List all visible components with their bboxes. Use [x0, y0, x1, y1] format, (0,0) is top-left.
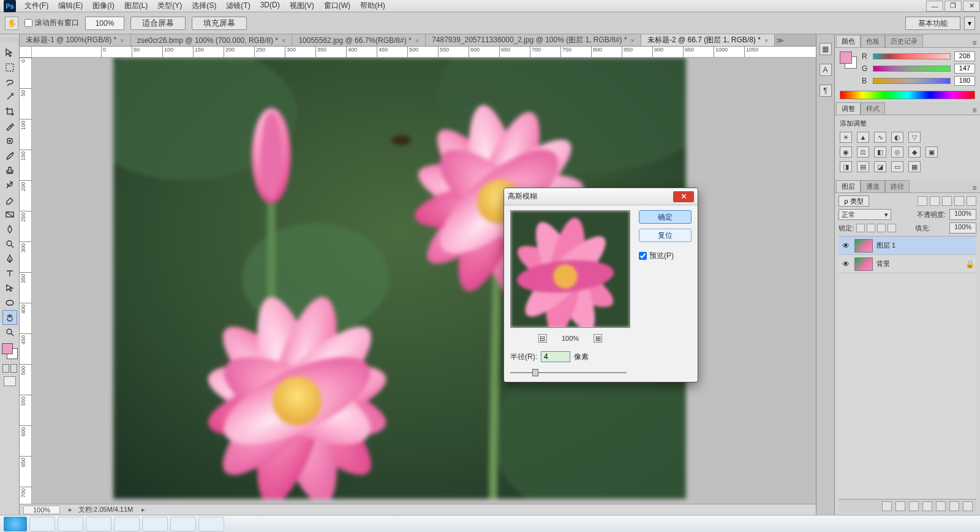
- tab-swatches[interactable]: 色板: [861, 35, 885, 47]
- canvas[interactable]: [32, 58, 816, 515]
- adj-gradmap-icon[interactable]: ▭: [891, 161, 903, 172]
- taskbar-item[interactable]: [86, 517, 111, 531]
- radius-input[interactable]: [541, 351, 570, 362]
- layer-thumbnail[interactable]: [854, 257, 873, 271]
- panel-menu-icon[interactable]: ≡: [969, 39, 980, 47]
- dock-icon[interactable]: A: [820, 64, 832, 76]
- color-swatches[interactable]: [2, 343, 18, 359]
- b-slider[interactable]: [873, 78, 951, 84]
- layer-thumbnail[interactable]: [854, 239, 873, 253]
- menu-layer[interactable]: 图层(L): [119, 0, 153, 12]
- taskbar-item[interactable]: [29, 517, 55, 531]
- mask-icon[interactable]: [909, 501, 919, 511]
- close-icon[interactable]: ×: [282, 37, 285, 44]
- adj-balance-icon[interactable]: ⚖: [857, 146, 869, 158]
- tool-crop[interactable]: [2, 104, 17, 119]
- taskbar-item[interactable]: [170, 517, 196, 531]
- tool-brush[interactable]: [2, 148, 17, 163]
- menu-3d[interactable]: 3D(D): [255, 0, 285, 12]
- tool-text[interactable]: [2, 266, 17, 281]
- fill-value[interactable]: 100%: [949, 222, 976, 234]
- opacity-value[interactable]: 100%: [949, 209, 976, 220]
- tool-hand[interactable]: [2, 310, 17, 325]
- statusbar-zoom[interactable]: 100%: [23, 506, 60, 514]
- dock-icon[interactable]: ▦: [820, 43, 832, 55]
- adj-exposure-icon[interactable]: ◐: [891, 132, 903, 143]
- tool-heal[interactable]: [2, 134, 17, 148]
- dialog-header[interactable]: 高斯模糊 ✕: [504, 188, 698, 205]
- toolbox-grip[interactable]: [1, 38, 18, 43]
- lock-trans-icon[interactable]: [856, 224, 865, 232]
- scroll-all-windows-input[interactable]: [24, 19, 32, 27]
- filter-smart-icon[interactable]: [967, 196, 976, 206]
- tool-blur[interactable]: [2, 222, 17, 237]
- visibility-icon[interactable]: 👁: [841, 241, 851, 251]
- filter-type-icon[interactable]: [942, 196, 952, 206]
- adj-curves-icon[interactable]: ∿: [874, 132, 886, 143]
- tab-channels[interactable]: 通道: [861, 180, 885, 192]
- menu-view[interactable]: 视图(V): [285, 0, 319, 12]
- lock-all-icon[interactable]: [888, 224, 896, 232]
- window-maximize[interactable]: ❐: [944, 1, 962, 12]
- r-value[interactable]: 208: [954, 51, 975, 61]
- b-value[interactable]: 180: [954, 76, 975, 86]
- foreground-color-swatch[interactable]: [2, 343, 13, 354]
- taskbar-item[interactable]: [198, 517, 224, 531]
- current-tool-icon[interactable]: ✋: [5, 17, 18, 30]
- panel-menu-icon[interactable]: ≡: [969, 106, 980, 115]
- tool-zoom[interactable]: [2, 325, 17, 340]
- panel-color-swatches[interactable]: [840, 51, 857, 69]
- fx-icon[interactable]: [895, 501, 905, 511]
- radius-slider[interactable]: [510, 368, 627, 377]
- preview-checkbox[interactable]: 预览(P): [639, 251, 692, 261]
- tab-styles[interactable]: 样式: [861, 102, 885, 115]
- trash-icon[interactable]: [963, 501, 973, 511]
- window-close[interactable]: ✕: [963, 1, 980, 12]
- layer-name[interactable]: 图层 1: [876, 241, 974, 250]
- preview-checkbox-input[interactable]: [639, 252, 647, 260]
- taskbar-item[interactable]: [58, 517, 83, 531]
- adj-posterize-icon[interactable]: ▤: [857, 161, 869, 172]
- close-icon[interactable]: ×: [415, 37, 419, 44]
- workspace-selector[interactable]: 基本功能: [905, 17, 960, 30]
- fit-screen-button[interactable]: 适合屏幕: [130, 17, 186, 30]
- close-icon[interactable]: ×: [764, 37, 768, 44]
- adj-vibrance-icon[interactable]: ▽: [908, 132, 921, 143]
- menu-edit[interactable]: 编辑(E): [53, 0, 88, 12]
- document-tab[interactable]: 10055562.jpg @ 66.7%(RGB/8#) *×: [292, 34, 426, 46]
- adj-levels-icon[interactable]: ▲: [857, 132, 869, 143]
- adj-threshold-icon[interactable]: ◪: [874, 161, 886, 172]
- tool-wand[interactable]: [2, 89, 17, 104]
- horizontal-ruler[interactable]: 0501001502002503003504004505005506006507…: [32, 47, 816, 58]
- workspace-menu-button[interactable]: ▾: [964, 17, 975, 30]
- scroll-all-windows-checkbox[interactable]: 滚动所有窗口: [24, 18, 79, 28]
- close-icon[interactable]: ×: [120, 37, 124, 44]
- menu-type[interactable]: 类型(Y): [153, 0, 187, 12]
- tab-color[interactable]: 颜色: [836, 35, 861, 47]
- r-slider[interactable]: [873, 53, 951, 59]
- slider-thumb[interactable]: [532, 369, 538, 376]
- adj-photofilter-icon[interactable]: ◎: [891, 146, 903, 158]
- dock-icon[interactable]: ¶: [820, 85, 832, 97]
- adj-lookup-icon[interactable]: ▣: [925, 146, 938, 158]
- tab-layers[interactable]: 图层: [836, 180, 861, 192]
- taskbar-item[interactable]: [142, 517, 168, 531]
- tool-shape[interactable]: [2, 295, 17, 310]
- tool-pen[interactable]: [2, 251, 17, 266]
- ok-button[interactable]: 确定: [639, 210, 692, 224]
- tool-eyedropper[interactable]: [2, 119, 17, 134]
- layer-kind-filter[interactable]: ρ 类型: [839, 196, 869, 207]
- filter-pixel-icon[interactable]: [918, 196, 927, 206]
- tool-eraser[interactable]: [2, 192, 17, 207]
- visibility-icon[interactable]: 👁: [841, 259, 851, 269]
- tool-lasso[interactable]: [2, 75, 17, 89]
- panel-fg-swatch[interactable]: [840, 51, 852, 64]
- menu-filter[interactable]: 滤镜(T): [221, 0, 255, 12]
- statusbar-docinfo-menu[interactable]: ▸: [141, 506, 145, 514]
- g-value[interactable]: 147: [954, 64, 975, 74]
- menu-select[interactable]: 选择(S): [187, 0, 221, 12]
- tool-history-brush[interactable]: [2, 178, 17, 192]
- group-icon[interactable]: [936, 501, 946, 511]
- tab-paths[interactable]: 路径: [885, 180, 910, 192]
- g-slider[interactable]: [873, 66, 951, 72]
